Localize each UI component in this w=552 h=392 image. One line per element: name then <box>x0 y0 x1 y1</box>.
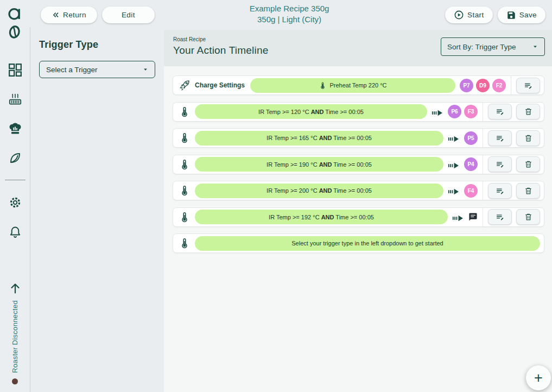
timeline-row: IR Temp >= 190 °C AND Time >= 00:05 P4 <box>173 155 544 174</box>
row-label: Charge Settings <box>195 81 245 89</box>
trigger-pill-text: IR Temp >= 190 °C AND Time >= 00:05 <box>267 161 372 168</box>
trigger-pill[interactable]: Preheat Temp 220 °C <box>250 78 455 93</box>
delete-action-button[interactable] <box>516 209 540 225</box>
settings-icon <box>8 195 22 210</box>
trigger-pill[interactable]: IR Temp >= 190 °C AND Time >= 00:05 <box>195 157 443 172</box>
top-header: Return Edit Example Recipe 350g 350g | L… <box>30 0 552 30</box>
timeline-title: Your Action Timeline <box>173 45 268 56</box>
transition-icon <box>452 212 464 222</box>
edit-action-button[interactable] <box>488 156 512 172</box>
notifications-icon <box>8 225 22 239</box>
delete-action-button[interactable] <box>516 156 540 172</box>
trigger-pill[interactable]: IR Temp >= 120 °C AND Time >= 00:05 <box>195 104 427 119</box>
trigger-pill[interactable]: IR Temp >= 200 °C AND Time >= 00:05 <box>195 184 443 198</box>
sidebar-item-beans[interactable] <box>8 150 22 165</box>
transition-icon <box>432 107 443 117</box>
edit-action-button[interactable] <box>516 78 540 93</box>
badge-group: P7D9F2 <box>460 79 506 92</box>
roaster-icon <box>8 92 22 106</box>
row-actions-divider <box>483 129 483 147</box>
setting-badge: D9 <box>476 79 490 92</box>
setting-badge: P6 <box>448 105 461 118</box>
sidebar-item-dashboard[interactable] <box>8 62 22 77</box>
sidebar-item-settings[interactable] <box>8 195 22 210</box>
thermometer-icon <box>179 106 191 118</box>
recipe-subtitle: 350g | Light (City) <box>250 15 329 24</box>
trigger-type-select[interactable]: Select a Trigger <box>39 61 155 78</box>
timeline-toolbar: Roast Recipe Your Action Timeline Sort B… <box>164 30 552 66</box>
chevron-down-icon <box>531 43 539 50</box>
save-button-label: Save <box>519 11 537 19</box>
trigger-type-heading: Trigger Type <box>39 39 155 50</box>
trigger-pill-text: IR Temp >= 200 °C AND Time >= 00:05 <box>267 187 372 194</box>
row-actions-divider <box>483 181 483 200</box>
setting-badge: P5 <box>464 131 478 145</box>
trigger-type-panel: Trigger Type Select a Trigger <box>30 30 164 392</box>
sidebar-item-roaster[interactable] <box>8 92 22 106</box>
transition-icon <box>448 133 460 143</box>
roaster-status-dot <box>12 378 18 384</box>
delete-action-button[interactable] <box>516 104 540 119</box>
edit-action-button[interactable] <box>488 104 512 119</box>
row-actions-divider <box>483 103 483 121</box>
timeline-row: IR Temp >= 120 °C AND Time >= 00:05 P6F3 <box>173 102 544 122</box>
edit-button[interactable]: Edit <box>102 7 155 23</box>
dashboard-icon <box>8 63 22 77</box>
edit-action-button[interactable] <box>488 130 512 146</box>
play-icon <box>454 10 464 20</box>
page-title: Example Recipe 350g 350g | Light (City) <box>250 4 329 24</box>
return-button-label: Return <box>63 11 86 19</box>
toolbar-eyebrow: Roast Recipe <box>173 36 268 42</box>
trigger-pill[interactable]: Select your trigger type in the left dro… <box>195 236 540 251</box>
delete-action-button[interactable] <box>516 130 540 146</box>
badge-group: F4 <box>464 184 478 198</box>
edit-action-button[interactable] <box>488 209 512 225</box>
trigger-pill[interactable]: IR Temp >= 165 °C AND Time >= 00:05 <box>195 131 443 146</box>
timeline-row: IR Temp >= 165 °C AND Time >= 00:05 P5 <box>173 128 544 148</box>
timeline-row: Select your trigger type in the left dro… <box>173 233 544 253</box>
trigger-pill-text: IR Temp >= 192 °C AND Time >= 00:05 <box>269 214 374 220</box>
timeline-row: IR Temp >= 200 °C AND Time >= 00:05 F4 <box>173 181 544 200</box>
timeline-row: Charge Settings Preheat Temp 220 °C P7D9… <box>173 75 544 95</box>
sidebar-divider <box>5 180 26 180</box>
transition-icon <box>448 160 460 169</box>
sidebar-item-notifications[interactable] <box>8 224 22 239</box>
chevron-down-icon <box>142 66 149 73</box>
thermometer-icon <box>179 211 191 223</box>
save-button[interactable]: Save <box>498 7 545 23</box>
trigger-pill-text: IR Temp >= 120 °C AND Time >= 00:05 <box>258 109 364 115</box>
thermometer-icon <box>179 159 191 170</box>
setting-badge: F4 <box>464 184 478 198</box>
sort-by-select[interactable]: Sort By: Trigger Type <box>441 37 545 56</box>
badge-group: P4 <box>464 157 478 171</box>
badge-group: P6F3 <box>448 105 478 118</box>
arrow-up-icon[interactable] <box>9 282 22 295</box>
thermometer-icon <box>319 81 327 90</box>
edit-button-label: Edit <box>122 11 135 19</box>
setting-badge: F3 <box>464 105 478 118</box>
main-area: Roast Recipe Your Action Timeline Sort B… <box>164 30 552 392</box>
add-action-button[interactable]: + <box>526 365 551 390</box>
sidebar-item-recipes[interactable] <box>8 121 22 136</box>
message-icon[interactable] <box>468 212 478 222</box>
delete-action-button[interactable] <box>516 183 540 199</box>
trigger-pill[interactable]: IR Temp >= 192 °C AND Time >= 00:05 <box>195 210 448 224</box>
start-button-label: Start <box>467 11 484 19</box>
double-chevron-left-icon <box>52 11 60 19</box>
edit-action-button[interactable] <box>488 183 512 199</box>
save-icon <box>506 10 516 20</box>
row-actions-divider <box>511 76 511 94</box>
app-logo <box>7 7 23 42</box>
badge-group: P5 <box>464 131 478 145</box>
setting-badge: P4 <box>464 157 478 171</box>
timeline-row: IR Temp >= 192 °C AND Time >= 00:05 <box>173 207 544 227</box>
trigger-pill-text: Preheat Temp 220 °C <box>329 82 386 88</box>
sidebar-rail: Roaster Disconnected <box>0 0 30 392</box>
return-button[interactable]: Return <box>41 7 97 23</box>
beans-icon <box>8 151 22 165</box>
trigger-pill-text: Select your trigger type in the left dro… <box>291 240 443 246</box>
roaster-status-text: Roaster Disconnected <box>11 300 19 373</box>
roaster-status: Roaster Disconnected <box>0 282 30 384</box>
start-button[interactable]: Start <box>445 7 493 23</box>
setting-badge: P7 <box>460 79 473 92</box>
